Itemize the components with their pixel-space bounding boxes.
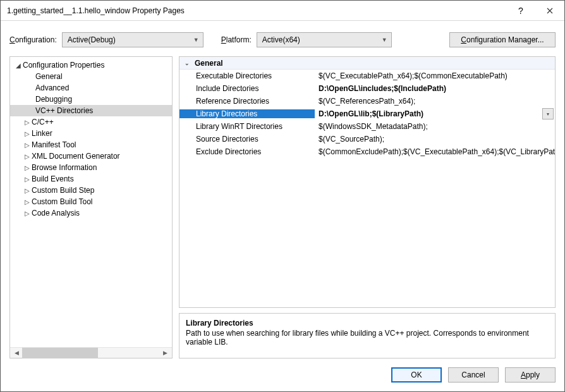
grid-group-label: General xyxy=(195,59,223,68)
tree-item[interactable]: ▷Custom Build Step xyxy=(10,185,172,196)
tree-item-label: Debugging xyxy=(35,95,72,104)
help-button[interactable]: ? xyxy=(506,1,535,21)
close-icon xyxy=(547,8,553,14)
tree-item[interactable]: Debugging xyxy=(10,94,172,105)
description-text: Path to use when searching for library f… xyxy=(186,329,549,346)
grid-group-header[interactable]: ⌄ General xyxy=(179,57,555,70)
tree-root[interactable]: ◢ Configuration Properties xyxy=(10,59,172,71)
grid-row-label: Exclude Directories xyxy=(179,147,315,156)
description-title: Library Directories xyxy=(186,319,549,328)
grid-row-label: Executable Directories xyxy=(179,71,315,80)
tree-item-label: Advanced xyxy=(35,83,69,92)
expand-icon[interactable]: ▷ xyxy=(23,210,32,217)
platform-value: Active(x64) xyxy=(262,35,300,44)
tree-item[interactable]: ▷Browse Information xyxy=(10,162,172,173)
tree-item[interactable]: Advanced xyxy=(10,82,172,94)
chevron-down-icon: ▼ xyxy=(193,37,199,43)
tree-item-label: Custom Build Step xyxy=(32,186,94,195)
tree-item-label: Build Events xyxy=(32,175,74,183)
grid-row[interactable]: Include DirectoriesD:\OpenGL\includes;$(… xyxy=(179,82,555,95)
tree-item[interactable]: VC++ Directories xyxy=(10,105,172,116)
cancel-button[interactable]: Cancel xyxy=(448,367,499,383)
grid-row-value[interactable]: $(VC_ReferencesPath_x64); xyxy=(315,97,555,106)
grid-row[interactable]: Reference Directories$(VC_ReferencesPath… xyxy=(179,95,555,107)
grid-row[interactable]: Library DirectoriesD:\OpenGL\lib;$(Libra… xyxy=(179,107,555,120)
grid-row[interactable]: Exclude Directories$(CommonExcludePath);… xyxy=(179,145,555,158)
grid-row[interactable]: Executable Directories$(VC_ExecutablePat… xyxy=(179,70,555,82)
tree-item-label: Code Analysis xyxy=(32,209,80,217)
grid-row-value[interactable]: $(VC_SourcePath); xyxy=(315,135,555,144)
grid-row[interactable]: Source Directories$(VC_SourcePath);▾ xyxy=(179,133,555,145)
property-grid[interactable]: ⌄ General Executable Directories$(VC_Exe… xyxy=(179,56,556,308)
grid-row-value[interactable]: D:\OpenGL\lib;$(LibraryPath) xyxy=(315,109,542,118)
tree-item[interactable]: ▷Linker xyxy=(10,128,172,139)
tree-item[interactable]: ▷Custom Build Tool xyxy=(10,196,172,207)
collapse-icon[interactable]: ◢ xyxy=(14,62,23,69)
scroll-left-icon[interactable]: ◀ xyxy=(11,348,22,358)
ok-button[interactable]: OK xyxy=(391,367,442,383)
grid-row-value[interactable]: D:\OpenGL\includes;$(IncludePath) xyxy=(315,84,555,93)
platform-label: Platform: xyxy=(221,35,252,44)
tree-item-label: General xyxy=(35,72,63,81)
tree-item[interactable]: ▷C/C++ xyxy=(10,116,172,128)
chevron-down-icon[interactable]: ▾ xyxy=(542,108,554,119)
titlebar: 1.getting_started__1.1.hello_window Prop… xyxy=(1,1,564,21)
platform-dropdown[interactable]: Active(x64) ▼ xyxy=(257,32,392,47)
tree-root-label: Configuration Properties xyxy=(23,61,104,70)
tree-item-label: Custom Build Tool xyxy=(32,197,93,206)
expand-icon[interactable]: ▷ xyxy=(23,119,32,126)
config-row: Configuration: Active(Debug) ▼ Platform:… xyxy=(1,21,564,56)
expand-icon[interactable]: ▷ xyxy=(23,164,32,171)
description-box: Library Directories Path to use when sea… xyxy=(179,313,556,358)
expand-icon[interactable]: ▷ xyxy=(23,176,32,183)
grid-row-value[interactable]: $(WindowsSDK_MetadataPath); xyxy=(315,122,555,131)
dialog-body: ◢ Configuration Properties GeneralAdvanc… xyxy=(1,56,564,361)
configuration-value: Active(Debug) xyxy=(68,35,116,44)
tree-pane: ◢ Configuration Properties GeneralAdvanc… xyxy=(9,56,173,358)
grid-body: Executable Directories$(VC_ExecutablePat… xyxy=(179,70,555,158)
tree-item-label: VC++ Directories xyxy=(35,106,93,115)
tree-item[interactable]: ▷Code Analysis xyxy=(10,207,172,219)
grid-row-label: Source Directories xyxy=(179,135,315,144)
grid-row-label: Library WinRT Directories xyxy=(179,122,315,131)
tree-item-label: C/C++ xyxy=(32,118,54,126)
grid-row-label: Reference Directories xyxy=(179,97,315,106)
tree-item[interactable]: ▷XML Document Generator xyxy=(10,150,172,162)
dialog-footer: OK Cancel Apply xyxy=(1,361,564,391)
expand-icon[interactable]: ▷ xyxy=(23,142,32,149)
tree-item[interactable]: ▷Manifest Tool xyxy=(10,139,172,150)
scroll-right-icon[interactable]: ▶ xyxy=(160,348,171,358)
configuration-manager-button[interactable]: Configuration Manager... xyxy=(449,32,556,47)
scrollbar-thumb[interactable] xyxy=(22,348,98,358)
close-button[interactable] xyxy=(535,1,564,21)
expand-icon[interactable]: ▷ xyxy=(23,130,32,137)
configuration-label: Configuration: xyxy=(9,35,57,44)
tree-item-label: Linker xyxy=(32,129,52,138)
grid-row-label: Library Directories xyxy=(179,109,315,118)
configuration-dropdown[interactable]: Active(Debug) ▼ xyxy=(62,32,204,47)
tree-item-label: Manifest Tool xyxy=(32,140,76,149)
tree-item[interactable]: ▷Build Events xyxy=(10,173,172,185)
collapse-icon[interactable]: ⌄ xyxy=(183,60,191,66)
window-title: 1.getting_started__1.1.hello_window Prop… xyxy=(7,6,506,15)
grid-row-label: Include Directories xyxy=(179,84,315,93)
expand-icon[interactable]: ▷ xyxy=(23,199,32,205)
grid-row-value[interactable]: $(VC_ExecutablePath_x64);$(CommonExecuta… xyxy=(315,71,555,80)
horizontal-scrollbar[interactable]: ◀ ▶ xyxy=(10,347,172,358)
property-pages-dialog: 1.getting_started__1.1.hello_window Prop… xyxy=(0,0,565,392)
config-tree[interactable]: ◢ Configuration Properties GeneralAdvanc… xyxy=(10,57,172,347)
grid-row[interactable]: Library WinRT Directories$(WindowsSDK_Me… xyxy=(179,120,555,133)
chevron-down-icon: ▼ xyxy=(382,37,387,43)
tree-item[interactable]: General xyxy=(10,71,172,82)
expand-icon[interactable]: ▷ xyxy=(23,187,32,194)
tree-item-label: XML Document Generator xyxy=(32,152,120,161)
grid-row-value[interactable]: $(CommonExcludePath);$(VC_ExecutablePath… xyxy=(315,147,555,156)
right-pane: ⌄ General Executable Directories$(VC_Exe… xyxy=(179,56,556,358)
apply-button[interactable]: Apply xyxy=(505,367,556,383)
expand-icon[interactable]: ▷ xyxy=(23,153,32,160)
tree-item-label: Browse Information xyxy=(32,163,97,172)
